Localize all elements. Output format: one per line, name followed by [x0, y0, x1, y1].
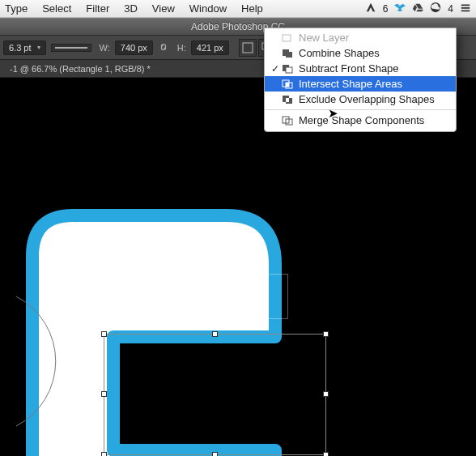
svg-rect-11	[286, 67, 292, 73]
menu-window[interactable]: Window	[189, 2, 227, 15]
new-layer-icon	[281, 32, 294, 44]
menu-item-subtract-front-shape[interactable]: ✓ Subtract Front Shape	[265, 61, 456, 76]
document-tab[interactable]: -1 @ 66.7% (Rectangle 1, RGB/8) *	[3, 62, 157, 76]
svg-rect-17	[286, 98, 289, 102]
svg-rect-1	[461, 5, 470, 6]
svg-rect-2	[461, 7, 470, 9]
menu-extra-icon[interactable]	[460, 2, 471, 15]
svg-rect-3	[461, 11, 470, 12]
height-label: H:	[177, 43, 186, 53]
svg-rect-4	[243, 43, 253, 53]
stroke-style-preview[interactable]	[51, 44, 91, 52]
mac-menubar: Type Select Filter 3D View Window Help 6…	[0, 0, 476, 18]
svg-rect-14	[286, 83, 289, 87]
menu-item-label: New Layer	[299, 32, 349, 44]
watermark-box	[262, 274, 288, 319]
transform-handle-tc[interactable]	[212, 331, 218, 337]
path-operations-menu: New Layer Combine Shapes ✓ Subtract Fron…	[264, 28, 457, 132]
status-number: 6	[383, 3, 389, 15]
menu-view[interactable]: View	[152, 2, 175, 15]
transform-handle-lc[interactable]	[101, 391, 107, 397]
menu-separator	[265, 109, 456, 110]
stroke-weight-field[interactable]: 6.3 pt▾	[3, 40, 46, 55]
transform-handle-tl[interactable]	[101, 331, 107, 337]
menu-item-new-layer: New Layer	[265, 30, 456, 45]
creative-cloud-icon[interactable]	[430, 2, 441, 15]
menu-item-label: Intersect Shape Areas	[299, 78, 402, 90]
svg-rect-9	[286, 52, 292, 58]
transform-bounding-box[interactable]	[104, 334, 326, 455]
chevron-down-icon: ▾	[37, 44, 40, 51]
menu-item-combine-shapes[interactable]: Combine Shapes	[265, 45, 456, 61]
menu-type[interactable]: Type	[5, 2, 28, 15]
menu-item-intersect-shape-areas[interactable]: Intersect Shape Areas	[265, 76, 456, 92]
menu-help[interactable]: Help	[241, 2, 263, 15]
transform-handle-bl[interactable]	[101, 452, 107, 456]
transform-handle-tr[interactable]	[323, 331, 329, 337]
menu-filter[interactable]: Filter	[86, 2, 109, 15]
menubar-status-icons: 6 4	[365, 2, 471, 15]
width-label: W:	[100, 43, 110, 53]
width-field[interactable]: 740 px	[115, 40, 153, 55]
height-field[interactable]: 421 px	[191, 40, 229, 55]
menu-item-label: Subtract Front Shape	[299, 62, 399, 75]
intersect-icon	[281, 79, 294, 90]
exclude-icon	[281, 94, 294, 105]
menu-item-label: Merge Shape Components	[299, 114, 424, 126]
google-drive-icon[interactable]	[412, 2, 423, 15]
path-op-button-1[interactable]	[239, 39, 257, 57]
merge-icon	[281, 115, 294, 126]
transform-handle-br[interactable]	[323, 452, 329, 456]
menu-item-merge-shape-components[interactable]: Merge Shape Components	[265, 113, 456, 128]
checkmark-icon: ✓	[270, 63, 281, 75]
svg-rect-7	[283, 35, 291, 41]
menu-item-label: Combine Shapes	[299, 47, 380, 59]
transform-handle-bc[interactable]	[212, 452, 218, 456]
subtract-icon	[281, 63, 294, 75]
menu-item-label: Exclude Overlapping Shapes	[299, 93, 435, 105]
cc-count: 4	[448, 3, 453, 15]
adobe-a-icon[interactable]	[365, 2, 376, 15]
menu-select[interactable]: Select	[42, 2, 71, 15]
menu-item-exclude-overlapping[interactable]: Exclude Overlapping Shapes	[265, 92, 456, 107]
combine-icon	[281, 48, 294, 59]
link-wh-icon[interactable]	[158, 41, 169, 54]
dropbox-icon[interactable]	[394, 2, 406, 15]
transform-handle-rc[interactable]	[323, 391, 329, 397]
menu-3d[interactable]: 3D	[124, 2, 138, 15]
canvas[interactable]	[0, 78, 476, 456]
